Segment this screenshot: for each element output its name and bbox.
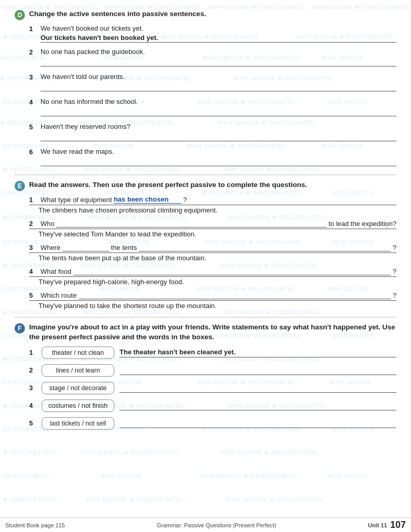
watermark: МОЯ ШКОЛА (101, 473, 142, 479)
f-answer[interactable]: The theater hasn't been cleaned yet. (120, 348, 396, 357)
table-row: 2 Who to lead the expedition? They've se… (29, 219, 396, 238)
item-question: No one has informed the school. (41, 98, 396, 105)
item-number: 5 (29, 419, 36, 427)
section-d-items: 1 We haven't booked our tickets yet. Our… (29, 24, 396, 167)
table-row: 1 We haven't booked our tickets yet. Our… (29, 24, 396, 43)
e-answer-blank[interactable] (139, 243, 391, 251)
list-item: 1 theater / not clean The theater hasn't… (29, 347, 396, 359)
e-q-text: the tents (109, 244, 139, 251)
e-q-text: ? (181, 196, 187, 204)
f-word-box: costumes / not finish (42, 400, 114, 412)
page-content: D Change the active sentences into passi… (0, 0, 411, 430)
divider (15, 317, 396, 317)
item-number: 3 (29, 384, 36, 392)
footer-unit-label: Unit 11 (368, 522, 387, 528)
footer-grammar-label: Grammar: Passive Questions (Present Perf… (157, 522, 276, 528)
table-row: 5 Which route ? They've planned to take … (29, 291, 396, 310)
f-answer[interactable] (120, 366, 396, 375)
table-row: 1 What type of equipment has been chosen… (29, 195, 396, 214)
item-number: 2 (29, 366, 36, 374)
section-e-letter: E (15, 181, 25, 191)
item-question: We haven't told our parents. (41, 73, 396, 81)
f-word-box: last tickets / not sell (42, 417, 114, 430)
e-answer-blank[interactable] (73, 267, 391, 275)
e-question-row: 2 Who to lead the expedition? (29, 219, 396, 229)
e-answer-filled: has been chosen (114, 195, 181, 204)
e-q-text: ? (391, 268, 396, 275)
watermark: ⊕ OBOZREVATEL (3, 496, 58, 503)
item-number: 2 (29, 48, 38, 56)
item-question: We have read the maps. (41, 148, 396, 155)
e-answer-text: They've prepared high-calorie, high-ener… (38, 278, 396, 286)
item-number: 1 (29, 25, 38, 33)
list-item: 3 stage / not decorate (29, 382, 396, 394)
item-question: We haven't booked our tickets yet. (41, 24, 396, 32)
section-f-instruction: Imagine you're about to act in a play wi… (29, 323, 396, 342)
e-q-text: What food (41, 268, 73, 275)
list-item: 5 last tickets / not sell (29, 417, 396, 430)
table-row: 2 No one has packed the guidebook. (29, 48, 396, 68)
f-answer[interactable] (120, 401, 396, 410)
section-e: E Read the answers. Then use the present… (15, 180, 396, 310)
e-answer-text: They've selected Tom Mander to lead the … (38, 230, 396, 238)
item-content: We have read the maps. (41, 148, 396, 167)
e-question-row: 5 Which route ? (29, 291, 396, 301)
d-answer-line[interactable] (41, 82, 396, 91)
e-q-text: ? (391, 244, 396, 251)
item-number: 4 (29, 402, 36, 409)
section-e-items: 1 What type of equipment has been chosen… (29, 195, 396, 310)
section-d-letter: D (15, 10, 25, 20)
watermark: МОЯ ШКОЛА ⊕ OBOZREVATEL (86, 496, 184, 503)
e-q-text: Who (41, 220, 56, 228)
e-answer-blank[interactable] (62, 243, 109, 251)
f-word-box: stage / not decorate (42, 382, 114, 394)
footer-student-book: Student Book page 115 (5, 522, 65, 528)
d-answer-line[interactable] (41, 107, 396, 116)
item-number: 3 (29, 73, 38, 81)
item-number: 1 (29, 196, 38, 204)
watermark: OBOZREVATEL (3, 473, 50, 479)
item-content: We haven't told our parents. (41, 73, 396, 92)
section-d-instruction: Change the active sentences into passive… (29, 9, 206, 19)
f-word-box: lines / not learn (42, 364, 114, 377)
e-question-row: 3 Where the tents ? (29, 243, 396, 253)
footer-page-number: 107 (390, 520, 406, 530)
e-answer-blank[interactable] (78, 291, 391, 299)
item-number: 5 (29, 291, 38, 299)
e-q-text: ? (391, 291, 396, 299)
item-number: 1 (29, 349, 36, 356)
watermark: МОЯ ШКОЛА ⊕ OBOZREVATEL (81, 449, 179, 456)
e-q-text: What type of equipment (41, 196, 114, 204)
watermark: МОЯ ШКОЛА ⊕ OBOZREVATEL (226, 496, 325, 503)
list-item: 4 costumes / not finish (29, 400, 396, 412)
table-row: 5 Haven't they reserved rooms? (29, 123, 396, 142)
divider (15, 175, 396, 175)
d-answer-line[interactable] (41, 57, 396, 66)
e-answer-text: The climbers have chosen professional cl… (38, 206, 396, 214)
e-q-text: Where (41, 244, 62, 251)
item-number: 4 (29, 268, 38, 275)
section-f-items: 1 theater / not clean The theater hasn't… (29, 347, 396, 430)
section-f-header: F Imagine you're about to act in a play … (15, 323, 396, 342)
d-answer-line[interactable] (41, 157, 396, 166)
section-d-header: D Change the active sentences into passi… (15, 9, 396, 20)
f-answer[interactable] (120, 383, 396, 393)
item-content: No one has informed the school. (41, 98, 396, 117)
table-row: 3 Where the tents ? The tents have been … (29, 243, 396, 262)
list-item: 2 lines / not learn (29, 364, 396, 377)
item-question: Haven't they reserved rooms? (41, 123, 396, 130)
item-number: 4 (29, 98, 38, 106)
watermark: МОЯ ШКОЛА (327, 473, 368, 479)
e-question-row: 4 What food ? (29, 267, 396, 277)
table-row: 3 We haven't told our parents. (29, 73, 396, 92)
e-answer-blank[interactable] (56, 219, 326, 228)
f-answer[interactable] (120, 419, 396, 428)
watermark: МОЯ ШКОЛА ⊕ OBOZREVATEL (221, 449, 320, 456)
item-number: 6 (29, 148, 38, 156)
e-answer-text: They've planned to take the shortest rou… (38, 302, 396, 310)
section-e-instruction: Read the answers. Then use the present p… (29, 180, 307, 190)
table-row: 4 What food ? They've prepared high-calo… (29, 267, 396, 286)
section-d: D Change the active sentences into passi… (15, 9, 396, 167)
d-answer-line[interactable] (41, 132, 396, 141)
footer-right: Unit 11 107 (368, 520, 406, 530)
